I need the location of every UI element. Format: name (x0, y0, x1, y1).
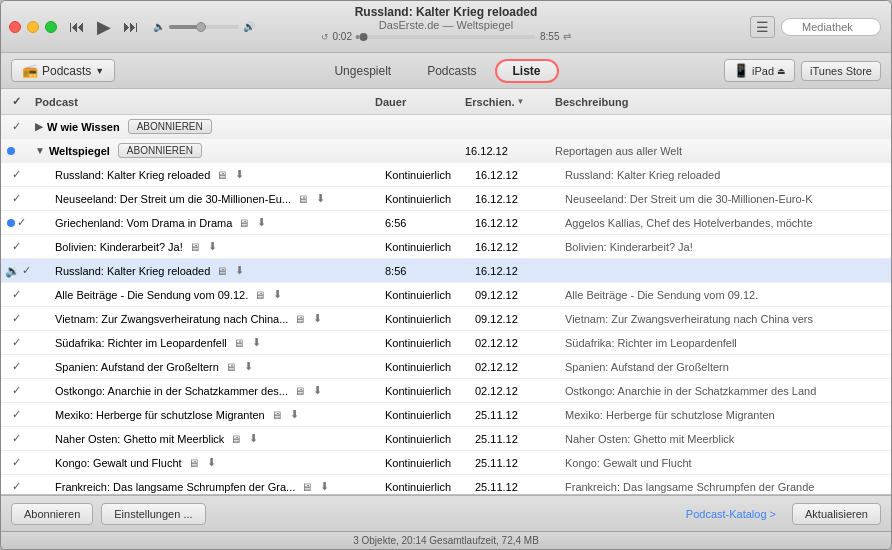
list-item[interactable]: ✓ Bolivien: Kinderarbeit? Ja! 🖥 ⬇ Kontin… (1, 235, 891, 259)
list-item[interactable]: ✓ ▶ W wie Wissen ABONNIEREN (1, 115, 891, 139)
row-name: ▼ Weltspiegel ABONNIEREN (31, 143, 371, 158)
row-check: ✓ (1, 480, 31, 493)
search-wrap: 🔍 (781, 18, 881, 36)
list-item[interactable]: ✓ Südafrika: Richter im Leopardenfell 🖥 … (1, 331, 891, 355)
maximize-button[interactable] (45, 21, 57, 33)
expand-icon[interactable]: ▼ (35, 145, 45, 156)
play-button[interactable]: ▶ (95, 16, 113, 38)
aktualisieren-button[interactable]: Aktualisieren (792, 503, 881, 525)
list-item[interactable]: ✓ Kongo: Gewalt und Flucht 🖥 ⬇ Kontinuie… (1, 451, 891, 475)
einstellungen-button[interactable]: Einstellungen ... (101, 503, 205, 525)
podcast-katalog-link[interactable]: Podcast-Katalog > (686, 508, 776, 520)
list-item[interactable]: ✓ Griechenland: Vom Drama in Drama 🖥 ⬇ 6… (1, 211, 891, 235)
subscribe-button[interactable]: ABONNIEREN (118, 143, 202, 158)
row-erschienen: 25.11.12 (471, 457, 561, 469)
search-input[interactable] (781, 18, 881, 36)
monitor-icon: 🖥 (238, 217, 249, 229)
list-item[interactable]: ✓ Russland: Kalter Krieg reloaded 🖥 ⬇ Ko… (1, 163, 891, 187)
row-check: ✓ (1, 288, 31, 301)
tab-ungespielt[interactable]: Ungespielt (316, 60, 409, 82)
list-item[interactable]: ✓ Naher Osten: Ghetto mit Meerblick 🖥 ⬇ … (1, 427, 891, 451)
col-header-dauer[interactable]: Dauer (371, 96, 461, 108)
progress-knob (360, 33, 368, 41)
col-header-podcast[interactable]: Podcast (31, 96, 371, 108)
row-erschienen: 16.12.12 (471, 265, 561, 277)
row-erschienen: 02.12.12 (471, 385, 561, 397)
row-name: Griechenland: Vom Drama in Drama 🖥 ⬇ (31, 216, 381, 229)
list-item[interactable]: 🔉 ✓ Russland: Kalter Krieg reloaded 🖥 ⬇ … (1, 259, 891, 283)
repeat-icon[interactable]: ↺ (321, 32, 329, 42)
fast-forward-button[interactable]: ⏭ (121, 17, 141, 37)
row-name: Neuseeland: Der Streit um die 30-Million… (31, 192, 381, 205)
col-header-check: ✓ (1, 95, 31, 108)
list-item[interactable]: ✓ Frankreich: Das langsame Schrumpfen de… (1, 475, 891, 494)
row-dauer: Kontinuierlich (381, 481, 471, 493)
column-headers: ✓ Podcast Dauer Erschien. ▼ Beschreibung (1, 89, 891, 115)
download-icon: ⬇ (316, 192, 325, 205)
row-beschreibung: Naher Osten: Ghetto mit Meerblick (561, 433, 891, 445)
row-name: Spanien: Aufstand der Großeltern 🖥 ⬇ (31, 360, 381, 373)
content-list[interactable]: ✓ ▶ W wie Wissen ABONNIEREN ▼ Weltsp (1, 115, 891, 494)
col-header-beschreibung[interactable]: Beschreibung (551, 96, 891, 108)
progress-bar[interactable] (356, 35, 536, 39)
monitor-icon: 🖥 (294, 313, 305, 325)
minimize-button[interactable] (27, 21, 39, 33)
row-erschienen: 16.12.12 (461, 145, 551, 157)
row-erschienen: 09.12.12 (471, 313, 561, 325)
volume-high-icon: 🔊 (243, 21, 255, 32)
row-dauer: Kontinuierlich (381, 193, 471, 205)
row-beschreibung: Reportagen aus aller Welt (551, 145, 891, 157)
ipad-button[interactable]: 📱 iPad ⏏ (724, 59, 795, 82)
list-item[interactable]: ✓ Spanien: Aufstand der Großeltern 🖥 ⬇ K… (1, 355, 891, 379)
list-item[interactable]: ✓ Ostkongo: Anarchie in der Schatzkammer… (1, 379, 891, 403)
volume-slider[interactable] (169, 25, 239, 29)
list-view-button[interactable]: ☰ (750, 16, 775, 38)
rewind-button[interactable]: ⏮ (67, 17, 87, 37)
main-window: ⏮ ▶ ⏭ 🔈 🔊 Russland: Kalter Krieg reloade… (0, 0, 892, 550)
download-icon: ⬇ (320, 480, 329, 493)
titlebar: ⏮ ▶ ⏭ 🔈 🔊 Russland: Kalter Krieg reloade… (1, 1, 891, 53)
list-item[interactable]: ✓ Vietnam: Zur Zwangsverheiratung nach C… (1, 307, 891, 331)
ipad-eject-icon: ⏏ (777, 66, 786, 76)
row-name: Mexiko: Herberge für schutzlose Migrante… (31, 408, 381, 421)
content-wrapper: ✓ ▶ W wie Wissen ABONNIEREN ▼ Weltsp (1, 115, 891, 494)
close-button[interactable] (9, 21, 21, 33)
row-check: 🔉 ✓ (1, 264, 31, 278)
row-erschienen: 25.11.12 (471, 433, 561, 445)
list-item[interactable]: ▼ Weltspiegel ABONNIEREN 16.12.12 Report… (1, 139, 891, 163)
bottom-bar: Abonnieren Einstellungen ... Podcast-Kat… (1, 495, 891, 531)
row-check: ✓ (1, 312, 31, 325)
status-text: 3 Objekte, 20:14 Gesamtlaufzeit, 72,4 MB (353, 535, 539, 546)
abonnieren-button[interactable]: Abonnieren (11, 503, 93, 525)
row-name: ▶ W wie Wissen ABONNIEREN (31, 119, 371, 134)
list-item[interactable]: ✓ Alle Beiträge - Die Sendung vom 09.12.… (1, 283, 891, 307)
row-dauer: Kontinuierlich (381, 409, 471, 421)
col-header-erschienen[interactable]: Erschien. ▼ (461, 96, 551, 108)
list-item[interactable]: ✓ Neuseeland: Der Streit um die 30-Milli… (1, 187, 891, 211)
row-erschienen: 09.12.12 (471, 289, 561, 301)
monitor-icon: 🖥 (254, 289, 265, 301)
podcasts-button[interactable]: 📻 Podcasts ▼ (11, 59, 115, 82)
row-check: ✓ (1, 216, 31, 229)
row-beschreibung: Ostkongo: Anarchie in der Schatzkammer d… (561, 385, 891, 397)
subscribe-button[interactable]: ABONNIEREN (128, 119, 212, 134)
row-dauer: 8:56 (381, 265, 471, 277)
track-subtitle: DasErste.de — Weltspiegel (355, 19, 538, 31)
list-item[interactable]: ✓ Mexiko: Herberge für schutzlose Migran… (1, 403, 891, 427)
row-beschreibung: Kongo: Gewalt und Flucht (561, 457, 891, 469)
tab-podcasts[interactable]: Podcasts (409, 60, 494, 82)
itunes-store-button[interactable]: iTunes Store (801, 61, 881, 81)
volume-low-icon: 🔈 (153, 21, 165, 32)
row-dauer: Kontinuierlich (381, 457, 471, 469)
tab-liste[interactable]: Liste (495, 59, 559, 83)
row-name: Russland: Kalter Krieg reloaded 🖥 ⬇ (31, 168, 381, 181)
monitor-icon: 🖥 (225, 361, 236, 373)
download-icon: ⬇ (208, 240, 217, 253)
row-beschreibung: Bolivien: Kinderarbeit? Ja! (561, 241, 891, 253)
expand-icon[interactable]: ▶ (35, 121, 43, 132)
shuffle-icon[interactable]: ⇄ (563, 31, 571, 42)
podcasts-label: Podcasts (42, 64, 91, 78)
row-name: Bolivien: Kinderarbeit? Ja! 🖥 ⬇ (31, 240, 381, 253)
row-erschienen: 16.12.12 (471, 169, 561, 181)
row-check: ✓ (1, 432, 31, 445)
